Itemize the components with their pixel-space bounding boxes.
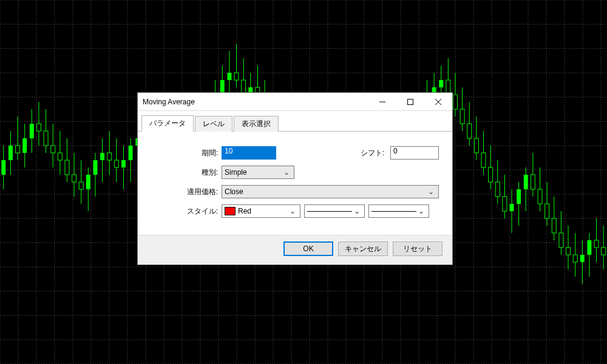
- line-width-sample: [371, 211, 416, 212]
- svg-rect-191: [495, 182, 500, 197]
- period-label: 期間:: [151, 148, 218, 158]
- close-icon: [435, 99, 441, 105]
- svg-rect-55: [16, 146, 20, 153]
- svg-rect-183: [467, 124, 472, 138]
- button-bar: OK キャンセル リセット: [138, 235, 452, 265]
- svg-rect-73: [79, 182, 83, 189]
- svg-rect-85: [121, 160, 126, 167]
- svg-rect-195: [510, 204, 514, 211]
- svg-rect-217: [587, 240, 591, 255]
- tab-parameters[interactable]: パラメータ: [141, 115, 194, 132]
- svg-rect-185: [474, 138, 478, 153]
- svg-rect-69: [65, 160, 69, 175]
- svg-rect-83: [114, 160, 118, 167]
- chevron-down-icon: ⌄: [426, 187, 436, 196]
- cancel-button[interactable]: キャンセル: [338, 241, 388, 256]
- svg-rect-181: [460, 109, 464, 124]
- color-swatch: [225, 207, 236, 215]
- chevron-down-icon: ⌄: [416, 207, 426, 215]
- tab-display[interactable]: 表示選択: [234, 116, 279, 132]
- method-label: 種別:: [151, 167, 218, 178]
- svg-rect-221: [602, 248, 606, 255]
- moving-average-dialog: Moving Average パラメータ レベル 表示選択 期間: 10 シフト…: [137, 92, 453, 265]
- style-label: スタイル:: [151, 206, 218, 217]
- svg-rect-67: [58, 153, 62, 160]
- maximize-button[interactable]: [396, 93, 424, 111]
- style-color-name: Red: [238, 207, 288, 215]
- chevron-down-icon: ⌄: [352, 207, 362, 215]
- reset-button[interactable]: リセット: [393, 241, 443, 256]
- tab-strip: パラメータ レベル 表示選択: [138, 111, 452, 132]
- minimize-button[interactable]: [368, 93, 396, 111]
- style-linetype-dropdown[interactable]: ⌄: [304, 204, 365, 218]
- svg-rect-77: [93, 160, 97, 175]
- svg-rect-115: [227, 73, 231, 80]
- svg-rect-65: [51, 146, 55, 153]
- method-value: Simple: [225, 168, 282, 177]
- period-input[interactable]: 10: [222, 146, 276, 160]
- style-color-dropdown[interactable]: Red ⌄: [222, 204, 300, 218]
- svg-rect-71: [72, 175, 76, 182]
- svg-rect-207: [552, 218, 556, 233]
- svg-rect-203: [538, 189, 542, 204]
- svg-rect-193: [503, 197, 507, 211]
- svg-rect-205: [545, 204, 549, 218]
- svg-rect-81: [107, 153, 112, 160]
- apply-label: 適用価格:: [151, 187, 218, 197]
- shift-input[interactable]: 0: [390, 146, 439, 160]
- ok-button[interactable]: OK: [283, 241, 333, 256]
- svg-rect-209: [559, 233, 563, 248]
- svg-rect-63: [44, 131, 48, 146]
- dialog-titlebar[interactable]: Moving Average: [138, 93, 452, 111]
- minimize-icon: [379, 99, 385, 105]
- svg-rect-51: [1, 160, 5, 175]
- svg-rect-187: [481, 153, 486, 167]
- tab-levels[interactable]: レベル: [195, 116, 232, 132]
- close-button[interactable]: [424, 93, 452, 111]
- svg-rect-87: [129, 146, 133, 160]
- svg-rect-179: [453, 95, 458, 109]
- shift-label: シフト:: [361, 148, 387, 158]
- svg-rect-201: [531, 175, 535, 189]
- chevron-down-icon: ⌄: [282, 168, 291, 177]
- svg-rect-117: [234, 73, 239, 80]
- apply-dropdown[interactable]: Close ⌄: [222, 185, 439, 198]
- svg-rect-215: [580, 255, 585, 262]
- dialog-title: Moving Average: [143, 98, 368, 106]
- svg-rect-199: [524, 175, 528, 189]
- svg-rect-61: [36, 124, 41, 131]
- method-dropdown[interactable]: Simple ⌄: [222, 166, 294, 179]
- dialog-body: 期間: 10 シフト: 0 種別: Simple ⌄ 適用価格: Close ⌄…: [138, 132, 452, 235]
- style-linewidth-dropdown[interactable]: ⌄: [368, 204, 429, 218]
- svg-rect-175: [439, 80, 443, 87]
- svg-rect-223: [408, 99, 413, 104]
- svg-rect-189: [489, 167, 493, 182]
- svg-rect-197: [517, 189, 521, 204]
- svg-rect-213: [573, 255, 577, 262]
- svg-rect-53: [8, 146, 13, 160]
- line-type-sample: [307, 211, 352, 212]
- svg-rect-211: [566, 248, 571, 255]
- svg-rect-219: [594, 240, 599, 248]
- svg-rect-59: [30, 124, 34, 138]
- svg-rect-57: [22, 138, 27, 153]
- chevron-down-icon: ⌄: [288, 207, 297, 215]
- apply-value: Close: [225, 187, 426, 196]
- svg-rect-75: [86, 175, 90, 189]
- svg-rect-79: [100, 153, 104, 160]
- maximize-icon: [407, 99, 413, 105]
